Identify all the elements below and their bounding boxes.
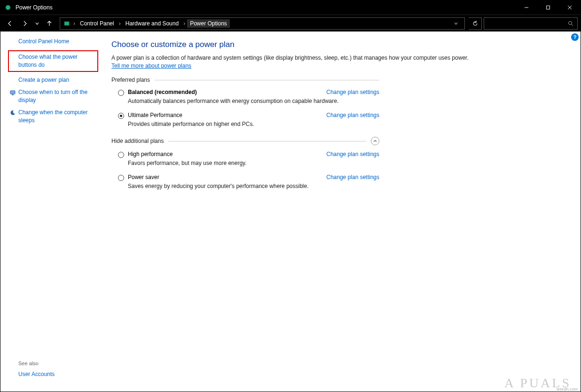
up-button[interactable] <box>43 17 56 30</box>
radio-ultimate[interactable] <box>118 113 124 119</box>
help-icon[interactable]: ? <box>571 33 579 41</box>
change-plan-settings-link[interactable]: Change plan settings <box>326 112 379 118</box>
svg-rect-2 <box>547 6 550 9</box>
breadcrumb-hardware-sound[interactable]: Hardware and Sound <box>123 19 181 28</box>
recent-locations-button[interactable] <box>33 17 41 30</box>
plan-desc: Provides ultimate performance on higher … <box>111 120 379 134</box>
back-button[interactable] <box>3 17 16 30</box>
chevron-right-icon[interactable]: › <box>72 19 76 28</box>
plan-name[interactable]: High performance <box>128 151 173 157</box>
plan-desc: Favors performance, but may use more ene… <box>111 159 379 173</box>
close-button[interactable] <box>559 0 581 15</box>
plan-desc: Saves energy by reducing your computer's… <box>111 182 379 196</box>
plan-row-high-performance: High performance Change plan settings <box>111 150 379 159</box>
see-also-label: See also <box>18 361 98 366</box>
app-icon <box>4 4 12 11</box>
radio-power-saver[interactable] <box>118 175 124 181</box>
sidebar-link-label: Change when the computer sleeps <box>18 109 98 125</box>
minimize-button[interactable] <box>516 0 537 15</box>
svg-line-7 <box>572 24 573 26</box>
sidebar-link-power-buttons[interactable]: Choose what the power buttons do <box>8 50 98 72</box>
search-box[interactable] <box>484 17 578 30</box>
svg-rect-9 <box>12 94 14 95</box>
plan-desc: Automatically balances performance with … <box>111 97 379 111</box>
forward-button[interactable] <box>18 17 31 30</box>
svg-rect-5 <box>64 22 69 25</box>
watermark-source: wsxdn.com <box>557 387 578 392</box>
search-icon <box>568 21 573 26</box>
sidebar-link-create-plan[interactable]: Create a power plan <box>9 76 98 84</box>
sidebar-link-sleep[interactable]: Change when the computer sleeps <box>9 109 98 125</box>
moon-icon <box>9 109 16 117</box>
change-plan-settings-link[interactable]: Change plan settings <box>326 174 379 180</box>
refresh-button[interactable] <box>469 17 482 30</box>
tell-me-more-link[interactable]: Tell me more about power plans <box>111 63 191 69</box>
sidebar-link-label: Choose what the power buttons do <box>18 53 94 69</box>
monitor-icon <box>9 89 16 96</box>
breadcrumb-power-options[interactable]: Power Options <box>187 19 230 28</box>
section-hide-additional[interactable]: Hide additional plans <box>111 137 379 145</box>
change-plan-settings-link[interactable]: Change plan settings <box>326 151 379 157</box>
address-bar[interactable]: › Control Panel › Hardware and Sound › P… <box>60 17 465 30</box>
plan-name[interactable]: Ultimate Performance <box>128 112 182 118</box>
breadcrumb-control-panel[interactable]: Control Panel <box>77 19 117 28</box>
svg-rect-8 <box>10 91 15 94</box>
plan-row-power-saver: Power saver Change plan settings <box>111 173 379 182</box>
plan-row-balanced: Balanced (recommended) Change plan setti… <box>111 88 379 97</box>
chevron-right-icon[interactable]: › <box>182 19 186 28</box>
radio-balanced[interactable] <box>118 90 124 96</box>
plan-name[interactable]: Power saver <box>128 174 159 180</box>
collapse-toggle-icon[interactable] <box>371 137 379 145</box>
window-title: Power Options <box>16 4 53 11</box>
control-panel-home-link[interactable]: Control Panel Home <box>18 38 98 45</box>
address-dropdown-button[interactable] <box>449 17 463 30</box>
maximize-button[interactable] <box>537 0 559 15</box>
sidebar-link-label: Create a power plan <box>18 76 69 84</box>
window-titlebar: Power Options <box>0 0 581 15</box>
sidebar-link-display-off[interactable]: Choose when to turn off the display <box>9 88 98 104</box>
window-controls <box>516 0 581 15</box>
page-title: Choose or customize a power plan <box>111 40 562 49</box>
radio-high-performance[interactable] <box>118 152 124 158</box>
page-description: A power plan is a collection of hardware… <box>111 54 478 70</box>
svg-point-0 <box>6 5 10 10</box>
chevron-right-icon[interactable]: › <box>118 19 122 28</box>
main-content: ? Choose or customize a power plan A pow… <box>104 31 581 392</box>
svg-point-6 <box>569 21 572 24</box>
sidebar: Control Panel Home Choose what the power… <box>0 31 104 392</box>
navigation-bar: › Control Panel › Hardware and Sound › P… <box>0 15 581 31</box>
see-also-user-accounts[interactable]: User Accounts <box>18 371 98 377</box>
section-preferred-plans: Preferred plans <box>111 77 379 83</box>
plan-name[interactable]: Balanced (recommended) <box>128 89 197 95</box>
plan-row-ultimate: Ultimate Performance Change plan setting… <box>111 111 379 120</box>
change-plan-settings-link[interactable]: Change plan settings <box>326 89 379 95</box>
sidebar-link-label: Choose when to turn off the display <box>18 88 98 104</box>
location-icon <box>62 20 71 27</box>
